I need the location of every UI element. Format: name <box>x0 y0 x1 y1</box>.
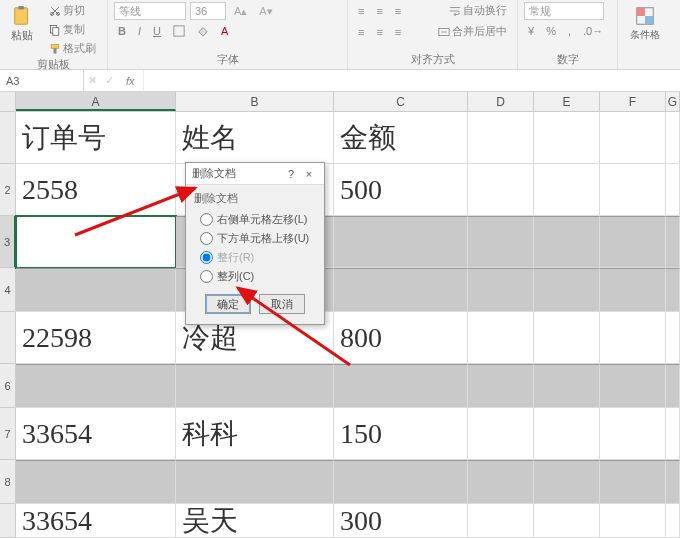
align-center-button[interactable]: ≡ <box>372 25 386 39</box>
cell-A2[interactable]: 2558 <box>16 164 176 216</box>
fx-accept[interactable]: ✓ <box>101 73 118 88</box>
cell-G9[interactable] <box>666 504 680 538</box>
cell-F3[interactable] <box>600 216 666 268</box>
radio-shift-up[interactable]: 下方单元格上移(U) <box>194 229 316 248</box>
font-color-button[interactable]: A <box>217 24 232 38</box>
cell-F2[interactable] <box>600 164 666 216</box>
col-header-D[interactable]: D <box>468 92 534 111</box>
row-header-9[interactable] <box>0 504 16 538</box>
radio-entire-col[interactable]: 整列(C) <box>194 267 316 286</box>
font-size-select[interactable]: 36 <box>190 2 226 20</box>
cell-D4[interactable] <box>468 268 534 312</box>
cell-G2[interactable] <box>666 164 680 216</box>
cell-E3[interactable] <box>534 216 600 268</box>
cell-F9[interactable] <box>600 504 666 538</box>
cell-D3[interactable] <box>468 216 534 268</box>
row-header-1[interactable] <box>0 112 16 164</box>
cell-G8[interactable] <box>666 460 680 504</box>
cell-A7[interactable]: 33654 <box>16 408 176 460</box>
number-format-select[interactable]: 常规 <box>524 2 604 20</box>
cell-F8[interactable] <box>600 460 666 504</box>
cell-G3[interactable] <box>666 216 680 268</box>
cell-C4[interactable] <box>334 268 468 312</box>
cut-button[interactable]: 剪切 <box>45 2 100 19</box>
cell-A4[interactable] <box>16 268 176 312</box>
cell-D6[interactable] <box>468 364 534 408</box>
merge-center-button[interactable]: 合并后居中 <box>434 23 511 40</box>
cell-B8[interactable] <box>176 460 334 504</box>
row-header-8[interactable]: 8 <box>0 460 16 504</box>
col-header-G[interactable]: G <box>666 92 680 111</box>
cell-E2[interactable] <box>534 164 600 216</box>
dialog-close-button[interactable]: × <box>300 168 318 180</box>
cell-D8[interactable] <box>468 460 534 504</box>
radio-shift-left[interactable]: 右侧单元格左移(L) <box>194 210 316 229</box>
align-bot-button[interactable]: ≡ <box>391 4 405 18</box>
cell-B6[interactable] <box>176 364 334 408</box>
align-left-button[interactable]: ≡ <box>354 25 368 39</box>
cell-F1[interactable] <box>600 112 666 164</box>
format-painter-button[interactable]: 格式刷 <box>45 40 100 57</box>
cell-E1[interactable] <box>534 112 600 164</box>
cell-A6[interactable] <box>16 364 176 408</box>
grow-font-button[interactable]: A▴ <box>230 4 251 19</box>
cell-A1[interactable]: 订单号 <box>16 112 176 164</box>
row-header-5[interactable] <box>0 312 16 364</box>
cell-F4[interactable] <box>600 268 666 312</box>
underline-button[interactable]: U <box>149 24 165 38</box>
select-all-corner[interactable] <box>0 92 16 111</box>
wrap-text-button[interactable]: 自动换行 <box>445 2 511 19</box>
cell-E7[interactable] <box>534 408 600 460</box>
cell-G6[interactable] <box>666 364 680 408</box>
cell-E8[interactable] <box>534 460 600 504</box>
cell-C6[interactable] <box>334 364 468 408</box>
cell-B9[interactable]: 吴天 <box>176 504 334 538</box>
cell-C5[interactable]: 800 <box>334 312 468 364</box>
row-header-3[interactable]: 3 <box>0 216 16 268</box>
border-button[interactable] <box>169 24 189 38</box>
paste-button[interactable]: 粘贴 <box>7 2 37 45</box>
row-header-4[interactable]: 4 <box>0 268 16 312</box>
cancel-button[interactable]: 取消 <box>259 294 305 314</box>
cell-D2[interactable] <box>468 164 534 216</box>
cell-E9[interactable] <box>534 504 600 538</box>
align-mid-button[interactable]: ≡ <box>372 4 386 18</box>
cell-D9[interactable] <box>468 504 534 538</box>
row-header-7[interactable]: 7 <box>0 408 16 460</box>
fill-color-button[interactable] <box>193 24 213 38</box>
cell-F6[interactable] <box>600 364 666 408</box>
cell-D1[interactable] <box>468 112 534 164</box>
name-box[interactable]: A3 <box>0 70 84 91</box>
col-header-B[interactable]: B <box>176 92 334 111</box>
percent-button[interactable]: % <box>542 24 560 38</box>
cell-A8[interactable] <box>16 460 176 504</box>
row-header-6[interactable]: 6 <box>0 364 16 408</box>
cell-B1[interactable]: 姓名 <box>176 112 334 164</box>
currency-button[interactable]: ¥ <box>524 24 538 38</box>
cell-D5[interactable] <box>468 312 534 364</box>
copy-button[interactable]: 复制 <box>45 21 100 38</box>
cell-E4[interactable] <box>534 268 600 312</box>
cell-C7[interactable]: 150 <box>334 408 468 460</box>
cell-C2[interactable]: 500 <box>334 164 468 216</box>
col-header-C[interactable]: C <box>334 92 468 111</box>
cell-A5[interactable]: 22598 <box>16 312 176 364</box>
dialog-titlebar[interactable]: 删除文档 ? × <box>186 163 324 185</box>
col-header-A[interactable]: A <box>16 92 176 111</box>
dialog-help-button[interactable]: ? <box>282 168 300 180</box>
cell-A9[interactable]: 33654 <box>16 504 176 538</box>
cell-C1[interactable]: 金额 <box>334 112 468 164</box>
col-header-F[interactable]: F <box>600 92 666 111</box>
cell-C3[interactable] <box>334 216 468 268</box>
cond-format-button[interactable]: 条件格 <box>626 2 664 44</box>
align-right-button[interactable]: ≡ <box>391 25 405 39</box>
shrink-font-button[interactable]: A▾ <box>255 4 276 19</box>
comma-button[interactable]: , <box>564 24 575 38</box>
cell-F7[interactable] <box>600 408 666 460</box>
cell-E6[interactable] <box>534 364 600 408</box>
cell-A3[interactable] <box>16 216 176 268</box>
cell-F5[interactable] <box>600 312 666 364</box>
row-header-2[interactable]: 2 <box>0 164 16 216</box>
inc-decimal-button[interactable]: .0→ <box>579 24 607 38</box>
fx-cancel[interactable]: ✕ <box>84 73 101 88</box>
